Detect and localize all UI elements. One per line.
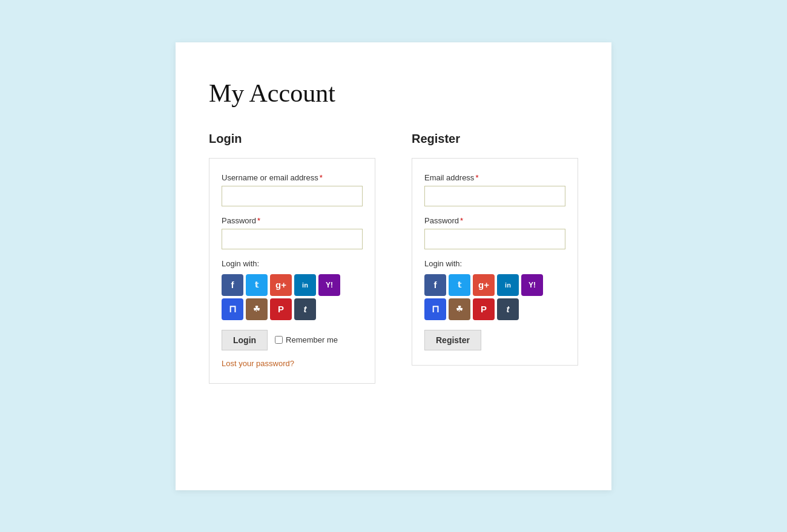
register-instagram-button[interactable]: ☘ xyxy=(449,298,470,320)
login-instagram-button[interactable]: ☘ xyxy=(246,298,268,320)
register-button[interactable]: Register xyxy=(424,330,481,350)
register-actions: Register xyxy=(424,330,565,350)
main-card: My Account Login Username or email addre… xyxy=(176,42,611,490)
register-form-box: Email address* Password* Login with: f 𝕥… xyxy=(412,158,578,366)
login-twitter-button[interactable]: 𝕥 xyxy=(246,274,268,296)
columns-layout: Login Username or email address* Passwor… xyxy=(209,132,578,384)
register-foursquare-button[interactable]: ⊓ xyxy=(424,298,446,320)
login-facebook-button[interactable]: f xyxy=(222,274,243,296)
login-password-input[interactable] xyxy=(222,229,363,249)
email-label: Email address* xyxy=(424,173,565,182)
remember-me-label: Remember me xyxy=(275,335,338,344)
username-input[interactable] xyxy=(222,186,363,206)
login-column: Login Username or email address* Passwor… xyxy=(209,132,375,384)
login-actions: Login Remember me xyxy=(222,330,363,350)
login-tumblr-button[interactable]: t xyxy=(294,298,316,320)
login-section-title: Login xyxy=(209,132,375,146)
register-googleplus-button[interactable]: g+ xyxy=(473,274,495,296)
register-column: Register Email address* Password* Login … xyxy=(412,132,578,384)
login-password-required-star: * xyxy=(257,216,260,225)
login-linkedin-button[interactable]: in xyxy=(294,274,316,296)
register-login-with-label: Login with: xyxy=(424,259,565,268)
login-button[interactable]: Login xyxy=(222,330,268,350)
lost-password-link[interactable]: Lost your password? xyxy=(222,359,294,368)
login-foursquare-button[interactable]: ⊓ xyxy=(222,298,243,320)
register-yahoo-button[interactable]: Y! xyxy=(521,274,543,296)
login-social-icons: f 𝕥 g+ in Y! ⊓ ☘ P t xyxy=(222,274,363,320)
username-label: Username or email address* xyxy=(222,173,363,182)
username-required-star: * xyxy=(320,173,323,182)
login-password-label: Password* xyxy=(222,216,363,225)
register-section-title: Register xyxy=(412,132,578,146)
register-tumblr-button[interactable]: t xyxy=(497,298,519,320)
login-yahoo-button[interactable]: Y! xyxy=(318,274,340,296)
register-linkedin-button[interactable]: in xyxy=(497,274,519,296)
login-pinterest-button[interactable]: P xyxy=(270,298,292,320)
register-password-input[interactable] xyxy=(424,229,565,249)
login-with-label: Login with: xyxy=(222,259,363,268)
register-facebook-button[interactable]: f xyxy=(424,274,446,296)
login-form-box: Username or email address* Password* Log… xyxy=(209,158,375,384)
login-googleplus-button[interactable]: g+ xyxy=(270,274,292,296)
page-title: My Account xyxy=(209,79,578,108)
register-pinterest-button[interactable]: P xyxy=(473,298,495,320)
register-social-icons: f 𝕥 g+ in Y! ⊓ ☘ P t xyxy=(424,274,565,320)
register-password-required-star: * xyxy=(460,216,463,225)
remember-me-checkbox[interactable] xyxy=(275,336,283,344)
email-input[interactable] xyxy=(424,186,565,206)
register-twitter-button[interactable]: 𝕥 xyxy=(449,274,470,296)
register-password-label: Password* xyxy=(424,216,565,225)
email-required-star: * xyxy=(475,173,478,182)
